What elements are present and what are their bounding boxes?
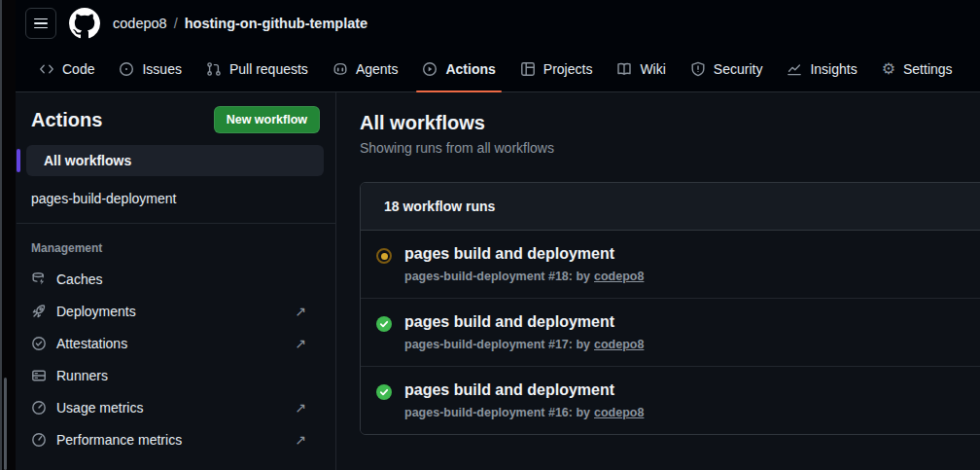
run-title-link[interactable]: pages build and deployment xyxy=(404,245,644,263)
status-success-icon xyxy=(376,384,392,400)
tab-security[interactable]: Security xyxy=(682,47,771,91)
runs-count-header: 18 workflow runs xyxy=(361,183,980,231)
sidebar-item-all-workflows[interactable]: All workflows xyxy=(26,145,324,176)
tab-label: Agents xyxy=(356,61,399,77)
run-title-link[interactable]: pages build and deployment xyxy=(404,381,644,399)
sidebar-item-label: Attestations xyxy=(56,336,127,351)
sidebar-item-performance-metrics[interactable]: Performance metrics ↗ xyxy=(31,423,320,455)
run-meta: pages-build-deployment #17: bycodepo8 xyxy=(404,338,644,351)
sidebar-divider xyxy=(17,223,335,224)
git-pull-request-icon xyxy=(206,61,222,77)
tab-settings[interactable]: ⚙ Settings xyxy=(874,47,961,91)
tab-label: Insights xyxy=(810,61,857,77)
play-circle-icon xyxy=(422,61,438,77)
external-link-icon: ↗ xyxy=(295,336,306,351)
sidebar-item-label: Deployments xyxy=(56,304,136,319)
content-area: Actions New workflow All workflows pages… xyxy=(16,92,980,470)
run-meta-text: pages-build-deployment #18: by xyxy=(404,270,590,283)
run-meta-text: pages-build-deployment #16: by xyxy=(404,406,590,419)
sidebar-item-label: Caches xyxy=(56,271,102,287)
status-success-icon xyxy=(376,316,392,332)
workflows-main: All workflows Showing runs from all work… xyxy=(336,92,980,470)
tab-label: Wiki xyxy=(640,61,665,77)
code-icon xyxy=(39,61,54,77)
breadcrumb-separator: / xyxy=(174,16,178,31)
breadcrumb: codepo8 / hosting-on-github-template xyxy=(113,16,368,31)
github-logo-icon[interactable] xyxy=(69,8,100,39)
run-meta-text: pages-build-deployment #17: by xyxy=(404,338,590,351)
run-actor-link[interactable]: codepo8 xyxy=(594,406,644,419)
tab-label: Security xyxy=(714,61,763,77)
sidebar-item-label: pages-build-deployment xyxy=(31,191,176,206)
run-actor-link[interactable]: codepo8 xyxy=(594,338,644,351)
issue-opened-icon xyxy=(119,61,134,77)
sidebar-item-label: All workflows xyxy=(44,153,131,168)
window-left-edge xyxy=(0,0,16,470)
rocket-icon xyxy=(31,304,47,319)
tab-label: Settings xyxy=(903,61,953,77)
shield-icon xyxy=(690,61,706,77)
selected-accent-bar xyxy=(17,149,20,172)
run-meta: pages-build-deployment #18: bycodepo8 xyxy=(404,270,644,283)
run-actor-link[interactable]: codepo8 xyxy=(594,270,644,283)
tab-projects[interactable]: Projects xyxy=(512,47,601,91)
workflow-run-row[interactable]: pages build and deployment pages-build-d… xyxy=(361,231,980,299)
table-icon xyxy=(520,61,536,77)
management-list: Caches Deployments ↗ Attestations ↗ xyxy=(31,263,320,455)
tab-label: Code xyxy=(62,61,94,77)
tab-label: Actions xyxy=(445,61,495,77)
workflow-run-row[interactable]: pages build and deployment pages-build-d… xyxy=(361,299,980,367)
page-title: All workflows xyxy=(360,112,980,134)
sidebar-item-usage-metrics[interactable]: Usage metrics ↗ xyxy=(31,391,320,423)
actions-sidebar: Actions New workflow All workflows pages… xyxy=(16,92,336,470)
sidebar-title: Actions xyxy=(31,109,102,131)
new-workflow-button[interactable]: New workflow xyxy=(214,106,320,133)
run-meta: pages-build-deployment #16: bycodepo8 xyxy=(404,406,644,419)
meter-icon xyxy=(31,400,47,416)
external-link-icon: ↗ xyxy=(295,400,306,416)
sidebar-item-runners[interactable]: Runners xyxy=(31,359,320,391)
tab-label: Projects xyxy=(543,61,593,77)
tab-wiki[interactable]: Wiki xyxy=(609,47,673,91)
external-link-icon: ↗ xyxy=(295,432,306,448)
tab-label: Pull requests xyxy=(229,61,308,77)
sidebar-item-deployments[interactable]: Deployments ↗ xyxy=(31,295,320,327)
graph-icon xyxy=(787,61,802,77)
tab-agents[interactable]: Agents xyxy=(325,47,406,91)
sidebar-item-pages-build-deployment[interactable]: pages-build-deployment xyxy=(31,176,320,221)
gear-icon: ⚙ xyxy=(882,61,895,77)
tab-label: Issues xyxy=(142,61,181,77)
run-title-link[interactable]: pages build and deployment xyxy=(404,313,644,331)
workflow-run-row[interactable]: pages build and deployment pages-build-d… xyxy=(361,367,980,434)
breadcrumb-owner-link[interactable]: codepo8 xyxy=(113,16,167,31)
tab-pull-requests[interactable]: Pull requests xyxy=(198,47,316,91)
tab-code[interactable]: Code xyxy=(31,47,102,91)
meter-check-icon xyxy=(31,432,47,448)
tab-actions[interactable]: Actions xyxy=(414,47,503,91)
repo-tabbar: Code Issues Pull requests Agents Actions xyxy=(16,47,980,92)
cache-icon xyxy=(31,271,47,287)
github-app: codepo8 / hosting-on-github-template Cod… xyxy=(16,0,980,470)
breadcrumb-repo-link[interactable]: hosting-on-github-template xyxy=(185,16,368,31)
copilot-icon xyxy=(332,61,348,77)
verified-badge-icon xyxy=(31,336,47,351)
tab-issues[interactable]: Issues xyxy=(111,47,189,91)
management-heading: Management xyxy=(31,241,320,255)
sidebar-item-caches[interactable]: Caches xyxy=(31,263,320,295)
workflow-runs-panel: 18 workflow runs pages build and deploym… xyxy=(360,182,980,435)
status-in-progress-icon xyxy=(376,248,392,264)
server-icon xyxy=(31,368,47,383)
sidebar-item-attestations[interactable]: Attestations ↗ xyxy=(31,327,320,359)
left-scrollbar-thumb[interactable] xyxy=(4,378,7,470)
top-header: codepo8 / hosting-on-github-template xyxy=(16,0,980,47)
sidebar-item-label: Performance metrics xyxy=(56,432,182,448)
sidebar-item-label: Usage metrics xyxy=(56,400,143,416)
hamburger-menu-button[interactable] xyxy=(25,8,56,39)
page-subtitle: Showing runs from all workflows xyxy=(360,140,980,156)
external-link-icon: ↗ xyxy=(295,304,306,319)
sidebar-item-label: Runners xyxy=(56,368,108,383)
tab-insights[interactable]: Insights xyxy=(779,47,864,91)
book-icon xyxy=(616,61,632,77)
